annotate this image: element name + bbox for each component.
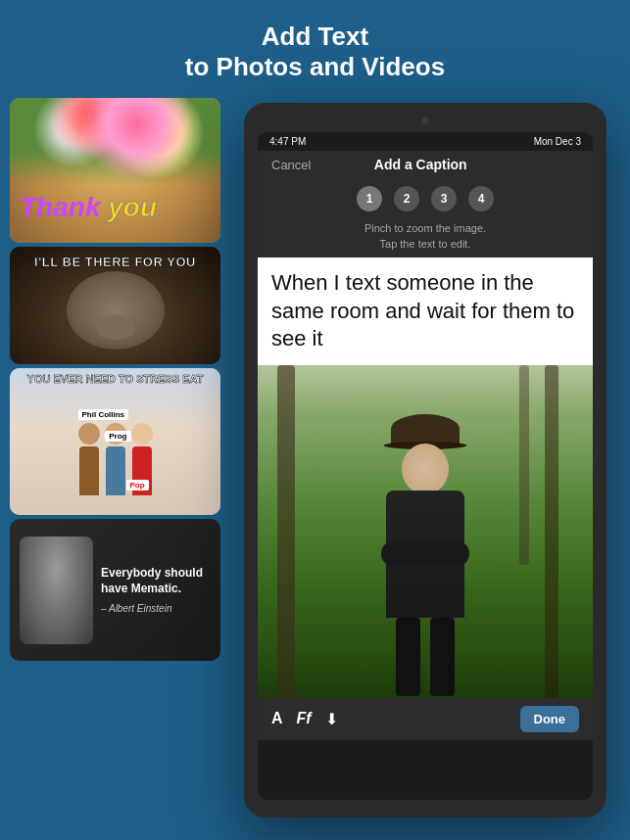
header-title: Add Text to Photos and Videos	[20, 22, 610, 82]
tree-right	[545, 365, 558, 698]
person-phil-body	[79, 446, 99, 495]
nav-bar: Cancel Add a Caption	[258, 151, 593, 178]
done-button[interactable]: Done	[520, 706, 580, 732]
person-arms-figure	[381, 541, 469, 566]
meme1-thank: Thank	[20, 192, 100, 222]
caption-text[interactable]: When I text someone in the same room and…	[271, 269, 579, 353]
status-bar: 4:47 PM Mon Dec 3	[258, 132, 593, 151]
person-leg-left	[396, 618, 420, 696]
step-1[interactable]: 1	[357, 186, 382, 211]
label-pop: Pop	[126, 480, 149, 490]
meme-thumb-einstein[interactable]: Everybody should have Mematic. – Albert …	[10, 519, 220, 661]
meme1-text: Thank you	[20, 192, 157, 223]
tree-mid	[519, 365, 529, 565]
toolbar-left-icons: A Ff ⬇	[271, 710, 338, 728]
meme4-quote-line1: Everybody should	[101, 565, 203, 582]
meme-thumb-pig[interactable]: I'LL BE THERE FOR YOU	[10, 247, 220, 364]
photo-person-figure	[371, 414, 479, 698]
meme1-you: you	[108, 192, 157, 222]
caption-area[interactable]: When I text someone in the same room and…	[258, 257, 593, 365]
person-phil-head	[78, 423, 100, 444]
person-head-figure	[402, 443, 449, 494]
meme4-attribution: – Albert Einstein	[101, 602, 203, 616]
tablet-device: 4:47 PM Mon Dec 3 Cancel Add a Caption 1…	[244, 103, 606, 817]
meme3-people: Phil Collins Prog Pop	[10, 388, 220, 495]
text-icon[interactable]: A	[271, 710, 283, 727]
meme-thumb-thankyou[interactable]: Thank you	[10, 98, 220, 243]
label-prog: Prog	[105, 431, 130, 442]
tablet-screen: 4:47 PM Mon Dec 3 Cancel Add a Caption 1…	[258, 132, 593, 800]
tree-left	[277, 365, 295, 698]
person-leg-right	[430, 618, 455, 696]
left-panel: Thank you I'LL BE THERE FOR YOU YOU EVER…	[10, 98, 220, 840]
download-icon[interactable]: ⬇	[325, 710, 338, 728]
hint-text: Pinch to zoom the image. Tap the text to…	[258, 215, 593, 257]
main-layout: Thank you I'LL BE THERE FOR YOU YOU EVER…	[0, 98, 630, 840]
meme4-quote-area: Everybody should have Mematic. – Albert …	[101, 565, 203, 617]
meme-thumb-distracted[interactable]: YOU EVER NEED TO STRESS EAT Phil Collins…	[10, 368, 220, 515]
person-phil: Phil Collins	[78, 423, 100, 495]
person-prog: Prog	[105, 423, 126, 495]
status-time: 4:47 PM	[269, 136, 306, 147]
step-2[interactable]: 2	[394, 186, 419, 211]
pig-face-illustration	[67, 271, 165, 350]
right-panel: 4:47 PM Mon Dec 3 Cancel Add a Caption 1…	[230, 98, 620, 840]
cancel-button[interactable]: Cancel	[271, 158, 311, 172]
label-phil: Phil Collins	[78, 409, 129, 420]
app-header: Add Text to Photos and Videos	[0, 0, 630, 98]
photo-area	[258, 365, 593, 698]
status-date: Mon Dec 3	[534, 136, 581, 147]
person-prog-body	[106, 446, 125, 495]
person-pop-head	[131, 423, 153, 444]
step-indicators: 1 2 3 4	[258, 178, 593, 215]
font-icon[interactable]: Ff	[297, 710, 312, 727]
meme4-quote-line2: have Mematic.	[101, 581, 203, 597]
person-pop: Pop	[131, 423, 153, 495]
meme3-top-text: YOU EVER NEED TO STRESS EAT	[10, 373, 220, 385]
meme2-top-text: I'LL BE THERE FOR YOU	[10, 255, 220, 269]
bottom-toolbar: A Ff ⬇ Done	[258, 698, 593, 740]
person-hat-top	[391, 414, 460, 443]
einstein-illustration	[20, 537, 93, 644]
step-4[interactable]: 4	[468, 186, 494, 211]
step-3[interactable]: 3	[431, 186, 457, 211]
tablet-camera	[421, 117, 429, 124]
meme1-flowers-decoration	[10, 98, 220, 185]
nav-title: Add a Caption	[374, 157, 467, 172]
